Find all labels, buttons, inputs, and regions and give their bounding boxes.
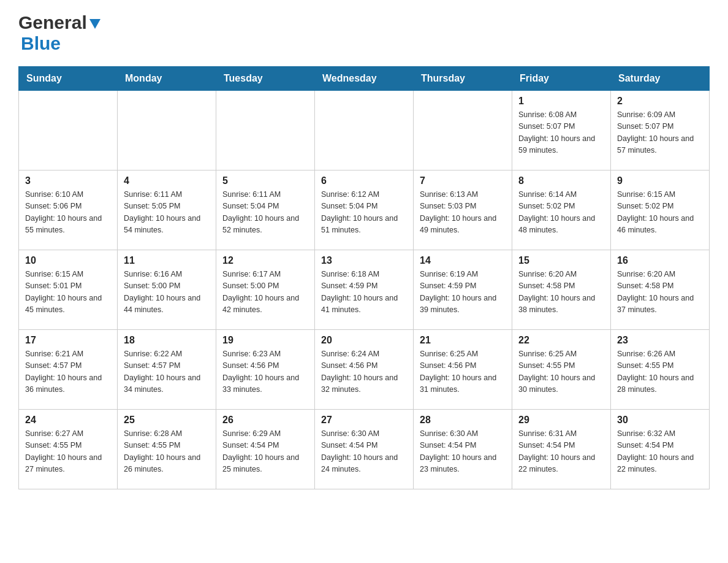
day-number: 11 [124,255,210,266]
day-info: Sunrise: 6:25 AMSunset: 4:56 PMDaylight:… [420,348,506,396]
day-number: 27 [321,415,407,426]
day-info: Sunrise: 6:20 AMSunset: 4:58 PMDaylight:… [518,269,604,316]
day-number: 8 [518,175,604,186]
calendar-cell [118,91,216,170]
logo-general-text: General [18,12,87,33]
day-info: Sunrise: 6:28 AMSunset: 4:55 PMDaylight:… [124,428,210,476]
calendar-week-row-1: 1Sunrise: 6:08 AMSunset: 5:07 PMDaylight… [19,91,710,170]
day-info: Sunrise: 6:30 AMSunset: 4:54 PMDaylight:… [420,428,506,476]
day-info: Sunrise: 6:16 AMSunset: 5:00 PMDaylight:… [124,269,210,316]
calendar-cell: 5Sunrise: 6:11 AMSunset: 5:04 PMDaylight… [216,170,315,250]
day-info: Sunrise: 6:22 AMSunset: 4:57 PMDaylight:… [124,348,210,396]
logo-blue-text: Blue [21,33,61,54]
day-info: Sunrise: 6:23 AMSunset: 4:56 PMDaylight:… [222,348,308,396]
calendar-cell: 21Sunrise: 6:25 AMSunset: 4:56 PMDayligh… [414,330,512,410]
calendar-cell: 19Sunrise: 6:23 AMSunset: 4:56 PMDayligh… [216,330,315,410]
calendar-cell: 27Sunrise: 6:30 AMSunset: 4:54 PMDayligh… [315,410,414,489]
calendar-cell: 16Sunrise: 6:20 AMSunset: 4:58 PMDayligh… [611,250,710,330]
calendar-cell: 26Sunrise: 6:29 AMSunset: 4:54 PMDayligh… [216,410,315,489]
calendar-cell: 30Sunrise: 6:32 AMSunset: 4:54 PMDayligh… [611,410,710,489]
day-number: 5 [222,175,308,186]
day-number: 26 [222,415,308,426]
day-number: 19 [222,335,308,346]
day-number: 9 [617,175,703,186]
calendar-cell: 29Sunrise: 6:31 AMSunset: 4:54 PMDayligh… [512,410,611,489]
day-number: 2 [617,96,703,107]
calendar-header-monday: Monday [118,67,216,91]
calendar-cell [19,91,118,170]
day-number: 15 [518,255,604,266]
day-number: 16 [617,255,703,266]
day-number: 21 [420,335,506,346]
calendar-cell: 24Sunrise: 6:27 AMSunset: 4:55 PMDayligh… [19,410,118,489]
calendar-cell: 14Sunrise: 6:19 AMSunset: 4:59 PMDayligh… [414,250,512,330]
calendar-cell: 10Sunrise: 6:15 AMSunset: 5:01 PMDayligh… [19,250,118,330]
calendar-cell: 6Sunrise: 6:12 AMSunset: 5:04 PMDaylight… [315,170,414,250]
calendar-week-row-2: 3Sunrise: 6:10 AMSunset: 5:06 PMDaylight… [19,170,710,250]
day-info: Sunrise: 6:20 AMSunset: 4:58 PMDaylight:… [617,269,703,316]
day-info: Sunrise: 6:21 AMSunset: 4:57 PMDaylight:… [25,348,111,396]
day-info: Sunrise: 6:30 AMSunset: 4:54 PMDaylight:… [321,428,407,476]
day-info: Sunrise: 6:18 AMSunset: 4:59 PMDaylight:… [321,269,407,316]
day-info: Sunrise: 6:11 AMSunset: 5:05 PMDaylight:… [124,189,210,237]
calendar-cell: 9Sunrise: 6:15 AMSunset: 5:02 PMDaylight… [611,170,710,250]
calendar-cell [216,91,315,170]
calendar-cell: 8Sunrise: 6:14 AMSunset: 5:02 PMDaylight… [512,170,611,250]
day-number: 14 [420,255,506,266]
calendar-cell: 1Sunrise: 6:08 AMSunset: 5:07 PMDaylight… [512,91,611,170]
day-info: Sunrise: 6:29 AMSunset: 4:54 PMDaylight:… [222,428,308,476]
day-number: 17 [25,335,111,346]
calendar-cell: 12Sunrise: 6:17 AMSunset: 5:00 PMDayligh… [216,250,315,330]
day-info: Sunrise: 6:13 AMSunset: 5:03 PMDaylight:… [420,189,506,237]
calendar-cell: 4Sunrise: 6:11 AMSunset: 5:05 PMDaylight… [118,170,216,250]
day-number: 20 [321,335,407,346]
day-number: 4 [124,175,210,186]
calendar-cell: 25Sunrise: 6:28 AMSunset: 4:55 PMDayligh… [118,410,216,489]
day-number: 10 [25,255,111,266]
calendar-cell: 3Sunrise: 6:10 AMSunset: 5:06 PMDaylight… [19,170,118,250]
day-number: 23 [617,335,703,346]
calendar-cell: 18Sunrise: 6:22 AMSunset: 4:57 PMDayligh… [118,330,216,410]
day-number: 6 [321,175,407,186]
day-info: Sunrise: 6:31 AMSunset: 4:54 PMDaylight:… [518,428,604,476]
day-info: Sunrise: 6:25 AMSunset: 4:55 PMDaylight:… [518,348,604,396]
day-number: 1 [518,96,604,107]
day-info: Sunrise: 6:10 AMSunset: 5:06 PMDaylight:… [25,189,111,237]
day-number: 28 [420,415,506,426]
calendar-cell [414,91,512,170]
day-info: Sunrise: 6:27 AMSunset: 4:55 PMDaylight:… [25,428,111,476]
day-number: 25 [124,415,210,426]
calendar-header-friday: Friday [512,67,611,91]
day-info: Sunrise: 6:15 AMSunset: 5:02 PMDaylight:… [617,189,703,237]
day-number: 22 [518,335,604,346]
day-number: 7 [420,175,506,186]
day-info: Sunrise: 6:15 AMSunset: 5:01 PMDaylight:… [25,269,111,316]
calendar-cell: 7Sunrise: 6:13 AMSunset: 5:03 PMDaylight… [414,170,512,250]
page-header: General Blue [18,12,710,54]
calendar-cell: 22Sunrise: 6:25 AMSunset: 4:55 PMDayligh… [512,330,611,410]
calendar-header-thursday: Thursday [414,67,512,91]
day-info: Sunrise: 6:26 AMSunset: 4:55 PMDaylight:… [617,348,703,396]
day-info: Sunrise: 6:14 AMSunset: 5:02 PMDaylight:… [518,189,604,237]
day-info: Sunrise: 6:12 AMSunset: 5:04 PMDaylight:… [321,189,407,237]
day-number: 13 [321,255,407,266]
day-number: 24 [25,415,111,426]
calendar-header-wednesday: Wednesday [315,67,414,91]
calendar-week-row-3: 10Sunrise: 6:15 AMSunset: 5:01 PMDayligh… [19,250,710,330]
calendar-week-row-5: 24Sunrise: 6:27 AMSunset: 4:55 PMDayligh… [19,410,710,489]
calendar-header-row: SundayMondayTuesdayWednesdayThursdayFrid… [19,67,710,91]
calendar-header-saturday: Saturday [611,67,710,91]
calendar-header-tuesday: Tuesday [216,67,315,91]
day-info: Sunrise: 6:17 AMSunset: 5:00 PMDaylight:… [222,269,308,316]
calendar-header-sunday: Sunday [19,67,118,91]
day-info: Sunrise: 6:19 AMSunset: 4:59 PMDaylight:… [420,269,506,316]
calendar-cell: 11Sunrise: 6:16 AMSunset: 5:00 PMDayligh… [118,250,216,330]
day-info: Sunrise: 6:11 AMSunset: 5:04 PMDaylight:… [222,189,308,237]
day-info: Sunrise: 6:09 AMSunset: 5:07 PMDaylight:… [617,109,703,157]
calendar-cell: 23Sunrise: 6:26 AMSunset: 4:55 PMDayligh… [611,330,710,410]
logo: General Blue [18,12,102,54]
calendar-cell [315,91,414,170]
calendar-week-row-4: 17Sunrise: 6:21 AMSunset: 4:57 PMDayligh… [19,330,710,410]
logo-triangle-icon [88,17,102,30]
day-info: Sunrise: 6:24 AMSunset: 4:56 PMDaylight:… [321,348,407,396]
